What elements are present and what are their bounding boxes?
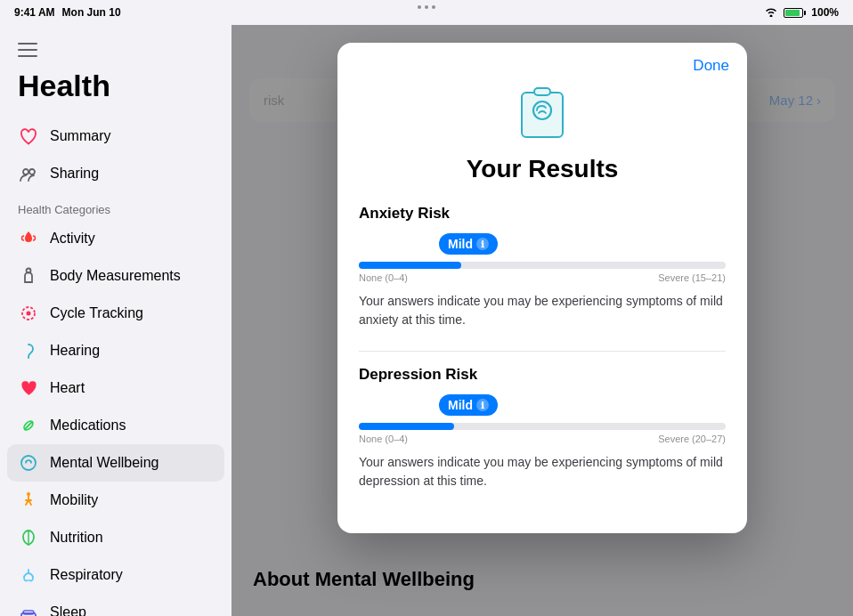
summary-label: Summary <box>50 128 110 144</box>
section-divider <box>359 351 726 352</box>
svg-rect-1 <box>18 49 37 51</box>
cycle-tracking-icon <box>18 303 39 324</box>
done-button[interactable]: Done <box>693 57 729 75</box>
hearing-label: Hearing <box>50 343 100 359</box>
activity-label: Activity <box>50 231 95 247</box>
anxiety-info-icon[interactable]: ℹ <box>476 238 489 250</box>
dot-3 <box>432 5 435 9</box>
anxiety-mild-badge: Mild ℹ <box>439 233 498 255</box>
anxiety-progress-fill <box>359 262 461 269</box>
status-bar-right: 100% <box>764 6 839 20</box>
modal-title: Your Results <box>359 155 726 183</box>
heart-label: Heart <box>50 380 85 396</box>
depression-progress-fill <box>359 423 454 430</box>
status-bar: 9:41 AM Mon Jun 10 100% <box>0 0 853 25</box>
depression-badge-row: Mild ℹ <box>359 394 726 419</box>
anxiety-progress-labels: None (0–4) Severe (15–21) <box>359 272 726 283</box>
app-title: Health <box>18 69 214 103</box>
svg-point-7 <box>27 312 31 316</box>
sidebar-item-mental-wellbeing[interactable]: Mental Wellbeing <box>7 444 224 482</box>
sidebar: Health Summary Sharing Health Categori <box>0 25 232 616</box>
results-modal: Done <box>337 43 747 533</box>
sidebar-item-respiratory[interactable]: Respiratory <box>0 556 232 594</box>
svg-rect-2 <box>18 55 37 57</box>
nutrition-icon <box>18 527 39 548</box>
modal-header: Done <box>337 43 747 75</box>
svg-point-12 <box>26 461 28 463</box>
cycle-tracking-label: Cycle Tracking <box>50 305 143 321</box>
svg-rect-0 <box>18 43 37 45</box>
battery-percentage: 100% <box>811 6 839 19</box>
sleep-icon <box>18 602 39 616</box>
heart-icon <box>18 377 39 399</box>
status-time: 9:41 AM <box>14 6 55 19</box>
dot-1 <box>418 5 421 9</box>
body-measurements-icon <box>18 265 39 287</box>
activity-icon <box>18 228 39 249</box>
depression-range-min: None (0–4) <box>359 434 408 444</box>
sharing-icon <box>18 163 39 184</box>
svg-point-13 <box>30 461 32 463</box>
status-bar-left: 9:41 AM Mon Jun 10 <box>14 6 121 19</box>
medications-label: Medications <box>50 417 126 434</box>
mental-wellbeing-icon <box>18 452 39 474</box>
depression-info-icon[interactable]: ℹ <box>476 399 489 411</box>
svg-point-11 <box>21 456 36 470</box>
sidebar-item-sharing[interactable]: Sharing <box>0 155 232 192</box>
sidebar-item-sleep[interactable]: Sleep <box>0 594 232 616</box>
wifi-icon <box>764 6 778 20</box>
medications-icon <box>18 415 39 436</box>
mental-wellbeing-modal-icon <box>511 78 573 141</box>
sidebar-item-medications[interactable]: Medications <box>0 407 232 444</box>
top-dots <box>418 5 435 9</box>
anxiety-progress-bar <box>359 262 726 269</box>
svg-point-4 <box>29 169 35 174</box>
body-measurements-label: Body Measurements <box>50 268 181 284</box>
mobility-icon <box>18 490 39 511</box>
svg-rect-18 <box>522 93 563 137</box>
svg-rect-16 <box>23 611 34 614</box>
sidebar-item-heart[interactable]: Heart <box>0 369 232 407</box>
battery-icon <box>784 8 806 18</box>
depression-mild-badge: Mild ℹ <box>439 394 498 416</box>
anxiety-description: Your answers indicate you may be experie… <box>359 292 726 329</box>
anxiety-badge-row: Mild ℹ <box>359 233 726 258</box>
modal-overlay: Done <box>232 25 853 616</box>
hearing-icon <box>18 340 39 361</box>
sidebar-item-activity[interactable]: Activity <box>0 220 232 257</box>
sleep-label: Sleep <box>50 604 86 616</box>
svg-point-8 <box>28 357 29 359</box>
sidebar-item-nutrition[interactable]: Nutrition <box>0 519 232 556</box>
sidebar-header: Health <box>0 61 232 118</box>
sidebar-item-mobility[interactable]: Mobility <box>0 482 232 519</box>
anxiety-section: Anxiety Risk Mild ℹ None (0–4) <box>359 205 726 329</box>
sharing-label: Sharing <box>50 166 99 182</box>
dot-2 <box>425 5 428 9</box>
mental-wellbeing-label: Mental Wellbeing <box>50 455 158 471</box>
depression-description: Your answers indicate you may be experie… <box>359 453 726 490</box>
depression-range-max: Severe (20–27) <box>658 434 726 444</box>
modal-body: Your Results Anxiety Risk Mild ℹ <box>337 75 747 533</box>
depression-progress-labels: None (0–4) Severe (20–27) <box>359 434 726 444</box>
nutrition-label: Nutrition <box>50 530 103 546</box>
health-categories-title: Health Categories <box>0 192 232 220</box>
sidebar-item-hearing[interactable]: Hearing <box>0 332 232 369</box>
app-container: Health Summary Sharing Health Categori <box>0 25 853 616</box>
anxiety-title: Anxiety Risk <box>359 205 726 223</box>
sidebar-toggle-icon[interactable] <box>18 43 37 61</box>
sidebar-item-body-measurements[interactable]: Body Measurements <box>0 257 232 295</box>
respiratory-label: Respiratory <box>50 567 123 583</box>
svg-rect-20 <box>535 89 549 94</box>
depression-title: Depression Risk <box>359 366 726 384</box>
summary-icon <box>18 126 39 147</box>
anxiety-range-max: Severe (15–21) <box>658 272 726 283</box>
mobility-label: Mobility <box>50 492 98 508</box>
svg-point-3 <box>23 169 28 174</box>
depression-progress-bar <box>359 423 726 430</box>
depression-section: Depression Risk Mild ℹ None (0–4) <box>359 366 726 490</box>
sidebar-item-cycle-tracking[interactable]: Cycle Tracking <box>0 295 232 332</box>
anxiety-range-min: None (0–4) <box>359 272 408 283</box>
modal-icon-container <box>359 78 726 141</box>
status-date: Mon Jun 10 <box>62 6 121 19</box>
sidebar-item-summary[interactable]: Summary <box>0 118 232 155</box>
